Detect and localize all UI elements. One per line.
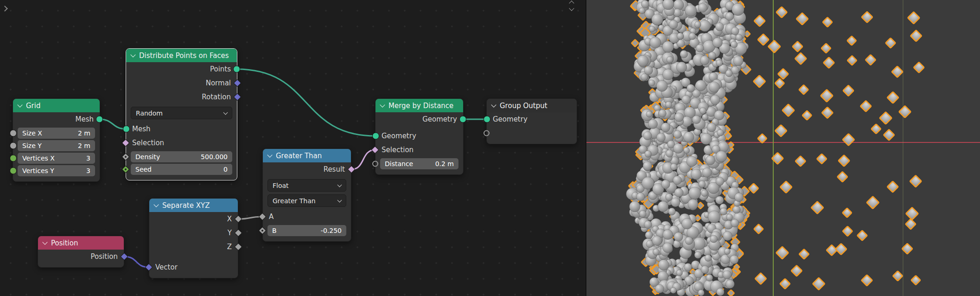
node-grid[interactable]: Grid Mesh Size X 2 m Size Y 2 m Vertices… [13,98,100,182]
scatter-point[interactable] [906,207,918,220]
scatter-point[interactable] [755,273,767,284]
socket-sep-vector-in[interactable] [145,264,153,271]
node-position-header[interactable]: Position [38,236,124,250]
scatter-point[interactable] [775,78,784,88]
scatter-point[interactable] [768,40,781,53]
socket-dpf-seed-in[interactable] [122,166,130,174]
gt-type-dropdown[interactable]: Float [267,179,346,192]
scatter-point[interactable] [893,271,903,281]
scatter-point[interactable] [822,107,833,118]
scatter-point[interactable] [795,53,807,64]
socket-dpf-points-out[interactable] [233,66,240,73]
scatter-point[interactable] [871,124,881,134]
socket-dpf-selection-in[interactable] [122,139,130,147]
panel-expand-icon[interactable] [2,6,8,12]
scatter-point[interactable] [843,134,855,146]
scatter-point[interactable] [905,219,916,229]
node-group-output-header[interactable]: Group Output [487,99,577,112]
collapse-chevron-icon[interactable] [17,102,22,107]
scatter-point[interactable] [884,129,895,141]
scatter-point[interactable] [817,154,827,164]
scatter-point[interactable] [780,181,792,193]
scatter-point[interactable] [795,156,806,166]
scatter-point[interactable] [887,181,898,193]
socket-go-geometry-in[interactable] [484,116,490,123]
scatter-point[interactable] [782,104,794,116]
node-editor[interactable]: Grid Mesh Size X 2 m Size Y 2 m Vertices… [0,0,585,296]
scatter-point[interactable] [776,246,789,259]
collapse-chevron-icon[interactable] [42,239,47,245]
node-greater-than[interactable]: Greater Than Result Float Greater Than A… [262,148,351,242]
scatter-point[interactable] [799,249,809,259]
socket-grid-sizey-in[interactable] [10,142,17,149]
socket-sep-y-out[interactable] [235,229,242,237]
scatter-point[interactable] [911,276,920,285]
grid-sizex-field[interactable]: Size X 2 m [18,128,95,139]
node-separate-header[interactable]: Separate XYZ [149,199,238,212]
scatter-point[interactable] [891,66,903,77]
scatter-point[interactable] [778,69,789,79]
dpf-seed-field[interactable]: Seed 0 [131,164,232,175]
socket-grid-sizex-in[interactable] [10,130,17,137]
scatter-point[interactable] [843,85,853,96]
scatter-point[interactable] [776,7,787,18]
socket-merge-geometry-out[interactable] [459,116,466,123]
socket-dpf-density-in[interactable] [122,153,130,161]
scatter-point[interactable] [842,208,852,217]
viewport-canvas[interactable] [586,0,980,296]
socket-grid-verticesx-in[interactable] [10,155,17,162]
scatter-point[interactable] [899,106,911,118]
scatter-point[interactable] [823,57,834,68]
scatter-point[interactable] [914,62,924,73]
scatter-point[interactable] [749,183,758,193]
scatter-point[interactable] [821,44,831,53]
viewport-3d[interactable] [585,0,980,296]
scatter-point[interactable] [775,125,787,137]
node-greater-header[interactable]: Greater Than [263,149,351,162]
dpf-density-field[interactable]: Density 500.000 [131,151,232,162]
collapse-chevron-icon[interactable] [267,152,272,157]
scatter-point[interactable] [910,30,922,41]
gt-b-field[interactable]: B -0.250 [267,225,346,236]
socket-go-extra-in[interactable] [484,130,490,136]
socket-sep-x-out[interactable] [235,215,242,223]
socket-gt-result-out[interactable] [348,166,356,174]
node-distribute-points[interactable]: Distribute Points on Faces Points Normal… [126,48,237,180]
collapse-chevron-icon[interactable] [153,202,159,207]
scatter-point[interactable] [910,175,922,187]
scatter-point[interactable] [887,92,899,103]
collapse-chevron-icon[interactable] [380,102,385,107]
scatter-point[interactable] [823,17,833,27]
grid-sizey-field[interactable]: Size Y 2 m [18,140,95,151]
scatter-point[interactable] [827,245,837,256]
scatter-point[interactable] [813,277,825,290]
node-merge-by-distance[interactable]: Merge by Distance Geometry Geometry Sele… [375,98,464,175]
scatter-point[interactable] [847,56,857,65]
scatter-point[interactable] [861,275,872,286]
scatter-point[interactable] [792,41,802,51]
socket-dpf-mesh-in[interactable] [123,126,130,133]
socket-grid-verticesy-in[interactable] [10,167,17,174]
scatter-point[interactable] [885,38,896,48]
chevron-up-icon[interactable] [569,0,574,6]
node-position[interactable]: Position Position [38,236,124,268]
scatter-point[interactable] [838,155,849,166]
grid-verticesy-field[interactable]: Vertices Y 3 [18,165,95,176]
node-group-output[interactable]: Group Output Geometry [486,98,577,144]
scatter-point[interactable] [757,134,767,143]
scatter-point[interactable] [780,279,790,289]
socket-pos-position-out[interactable] [121,253,128,261]
node-grid-header[interactable]: Grid [13,99,100,112]
node-merge-header[interactable]: Merge by Distance [375,99,463,112]
scatter-point[interactable] [757,34,769,45]
scatter-point[interactable] [861,12,872,23]
scatter-point[interactable] [857,231,867,241]
socket-grid-mesh-out[interactable] [96,116,103,123]
scatter-point[interactable] [821,90,833,102]
collapse-chevron-icon[interactable] [130,52,135,57]
scatter-point[interactable] [837,172,847,182]
scatter-point[interactable] [866,196,879,209]
grid-verticesx-field[interactable]: Vertices X 3 [18,153,95,164]
collapse-chevron-icon[interactable] [491,102,496,107]
scatter-point[interactable] [908,12,920,24]
